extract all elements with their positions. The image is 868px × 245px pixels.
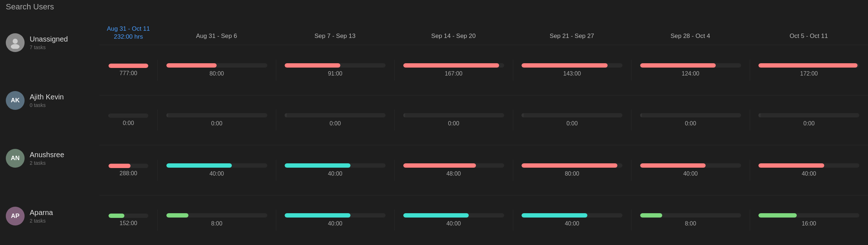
week-data-cols: 8:0040:0040:0040:008:0016:00 <box>157 210 868 231</box>
week-data-cell: 40:00 <box>631 160 750 181</box>
week-bar <box>522 213 587 218</box>
week-data-cell: 40:00 <box>750 160 868 181</box>
total-col: 0:00 <box>99 113 157 126</box>
week-bar-container <box>522 163 622 168</box>
week-bar <box>403 213 469 218</box>
week-bar-container <box>166 163 267 168</box>
week-bar <box>758 213 797 218</box>
week-hours: 91:00 <box>328 70 342 77</box>
week-bar-container <box>522 63 622 68</box>
left-panel: Search Users Unassigned7 tasksAKAjith Ke… <box>0 0 99 245</box>
user-info: Unassigned7 tasks <box>30 35 68 50</box>
main-range-label: Aug 31 - Oct 11 <box>107 25 150 33</box>
total-bar <box>109 214 124 218</box>
week-bar-container <box>166 113 267 117</box>
week-data-cell: 0:00 <box>276 109 395 130</box>
week-hours: 40:00 <box>328 171 342 177</box>
user-info: Ajith Kevin0 tasks <box>30 93 64 108</box>
week-data-cell: 40:00 <box>513 210 631 231</box>
week-bar-container <box>758 63 859 68</box>
week-bar <box>403 163 476 168</box>
week-data-cell: 8:00 <box>157 210 276 231</box>
week-data-cell: 16:00 <box>750 210 868 231</box>
data-row: 152:008:0040:0040:0040:008:0016:00 <box>99 195 868 245</box>
total-bar <box>109 164 131 168</box>
week-col-header: Oct 5 - Oct 11 <box>750 33 868 40</box>
week-data-cell: 0:00 <box>394 109 513 130</box>
total-bar-container <box>109 214 148 218</box>
week-bar <box>522 63 608 68</box>
total-hours: 777:00 <box>120 70 137 77</box>
total-bar <box>109 113 109 118</box>
data-rows: 777:0080:0091:00167:00143:00124:00172:00… <box>99 45 868 245</box>
user-row: AKAjith Kevin0 tasks <box>6 72 94 129</box>
avatar <box>6 33 25 52</box>
week-data-cols: 40:0040:0048:0080:0040:0040:00 <box>157 160 868 181</box>
week-hours: 8:00 <box>685 220 696 227</box>
week-bar <box>166 213 188 218</box>
week-hours: 8:00 <box>211 220 222 227</box>
week-data-cell: 40:00 <box>276 160 395 181</box>
user-name: Ajith Kevin <box>30 93 64 101</box>
week-bar <box>640 63 716 68</box>
week-hours: 0:00 <box>329 120 341 127</box>
week-data-cell: 0:00 <box>157 109 276 130</box>
week-hours: 80:00 <box>209 70 224 77</box>
week-bar-container <box>758 213 859 218</box>
week-bar-container <box>758 163 859 168</box>
week-bar-container <box>166 213 267 218</box>
week-bar-container <box>640 63 741 68</box>
week-hours: 0:00 <box>211 120 222 127</box>
avatar: AK <box>6 91 25 110</box>
week-hours: 0:00 <box>803 120 814 127</box>
week-bar <box>522 163 617 168</box>
week-bar <box>640 163 706 168</box>
user-row: APAparna2 tasks <box>6 187 94 245</box>
search-users[interactable]: Search Users <box>6 0 94 14</box>
week-data-cell: 91:00 <box>276 60 395 81</box>
week-bar <box>758 163 824 168</box>
total-col: 777:00 <box>99 64 157 77</box>
week-hours: 167:00 <box>445 70 463 77</box>
week-headers: Aug 31 - Sep 6Sep 7 - Sep 13Sep 14 - Sep… <box>157 33 868 40</box>
total-bar <box>109 64 148 68</box>
week-col-header: Sep 14 - Sep 20 <box>394 33 513 40</box>
week-data-cell: 80:00 <box>513 160 631 181</box>
avatar: AN <box>6 149 25 168</box>
user-info: Anushsree2 tasks <box>30 151 64 166</box>
week-bar-container <box>166 63 267 68</box>
total-bar-container <box>109 64 148 68</box>
total-hours: 288:00 <box>120 170 137 177</box>
week-data-cell: 172:00 <box>750 60 868 81</box>
week-bar <box>285 63 340 68</box>
week-data-cell: 40:00 <box>394 210 513 231</box>
week-data-cols: 80:0091:00167:00143:00124:00172:00 <box>157 60 868 81</box>
week-data-cell: 0:00 <box>513 109 631 130</box>
week-hours: 143:00 <box>563 70 581 77</box>
week-bar <box>166 63 217 68</box>
week-bar-container <box>285 163 386 168</box>
week-bar <box>285 163 350 168</box>
week-hours: 124:00 <box>682 70 699 77</box>
data-row: 288:0040:0040:0048:0080:0040:0040:00 <box>99 145 868 195</box>
week-bar <box>285 113 287 117</box>
week-bar-container <box>640 213 741 218</box>
user-rows-left: Unassigned7 tasksAKAjith Kevin0 tasksANA… <box>6 14 94 245</box>
week-bar-container <box>285 113 386 117</box>
user-tasks: 7 tasks <box>30 44 68 50</box>
week-hours: 40:00 <box>565 220 579 227</box>
week-hours: 40:00 <box>802 171 816 177</box>
total-col: 152:00 <box>99 214 157 227</box>
week-col-header: Sep 28 - Oct 4 <box>631 33 750 40</box>
user-tasks: 2 tasks <box>30 218 53 224</box>
week-bar <box>403 63 499 68</box>
week-hours: 40:00 <box>683 171 698 177</box>
main-date-range: Aug 31 - Oct 11 232:00 hrs <box>99 25 157 40</box>
week-hours: 80:00 <box>565 171 579 177</box>
week-bar-container <box>403 163 504 168</box>
week-col-header: Sep 7 - Sep 13 <box>276 33 395 40</box>
week-bar <box>522 113 524 117</box>
week-data-cell: 167:00 <box>394 60 513 81</box>
week-bar <box>640 213 662 218</box>
data-row: 777:0080:0091:00167:00143:00124:00172:00 <box>99 45 868 95</box>
